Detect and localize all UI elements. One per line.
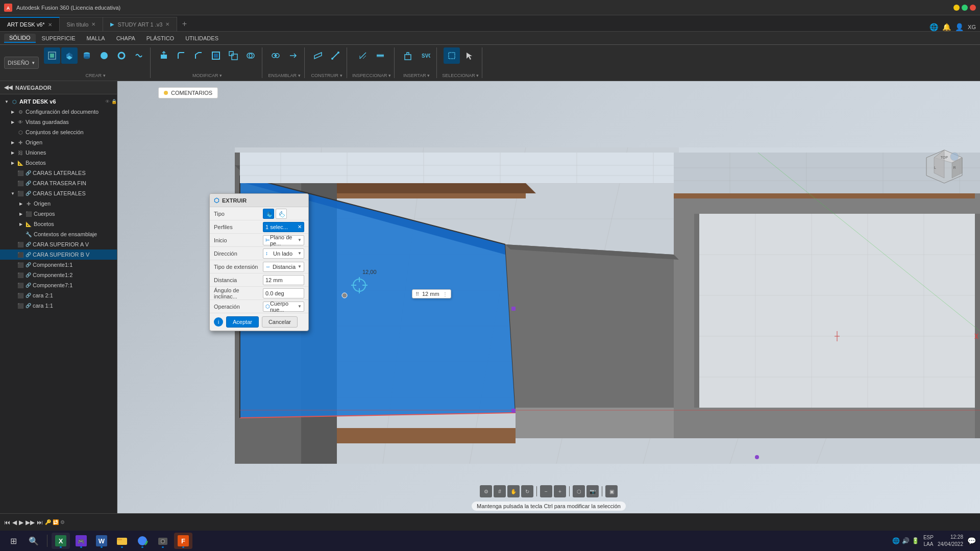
anim-loop-btn[interactable]: 🔁 xyxy=(53,519,59,525)
dimension-tooltip[interactable]: ⠿ 12 mm ⋮ xyxy=(412,289,451,298)
tree-item-config[interactable]: ▶ ⚙ Configuración del documento xyxy=(0,107,117,117)
user-icon[interactable]: 👤 xyxy=(955,23,964,31)
tool-fillet[interactable] xyxy=(173,47,189,64)
tab-studyart[interactable]: ▶ STUDY ART 1 .v3 ✕ xyxy=(103,17,177,31)
menu-tab-solido[interactable]: SÓLIDO xyxy=(4,34,36,43)
minimize-btn[interactable] xyxy=(953,5,960,11)
maximize-btn[interactable] xyxy=(962,5,968,11)
new-tab-btn[interactable]: + xyxy=(177,17,191,31)
tool-shell[interactable] xyxy=(208,47,224,64)
tool-joint[interactable] xyxy=(267,47,284,64)
vp-pan[interactable]: ✋ xyxy=(507,485,520,497)
tool-select-box[interactable] xyxy=(444,47,460,64)
comments-bar[interactable]: COMENTARIOS xyxy=(158,87,218,98)
vp-grid-toggle[interactable]: # xyxy=(494,485,506,497)
extrude-info-btn[interactable]: i xyxy=(214,317,223,327)
extrude-distancia-input[interactable]: 12 mm xyxy=(263,275,304,285)
taskbar-app-excel[interactable]: X xyxy=(52,533,70,549)
tree-item-bocetos[interactable]: ▶ 📐 Bocetos xyxy=(0,158,117,168)
extrude-angulo-input[interactable]: 0.0 deg xyxy=(263,288,304,298)
tool-plane[interactable] xyxy=(310,47,326,64)
tray-battery[interactable]: 🔋 xyxy=(912,537,919,544)
tool-insert-mcmaster[interactable] xyxy=(400,47,416,64)
tab-artdesk[interactable]: ART DESK v6* ✕ xyxy=(0,17,60,31)
taskbar-app-browser[interactable] xyxy=(133,533,152,549)
tree-item-origen2[interactable]: ▶ ✚ Origen xyxy=(0,198,117,209)
menu-tab-superficie[interactable]: SUPERFICIE xyxy=(37,34,81,42)
vp-zoom-in[interactable]: + xyxy=(554,485,566,497)
anim-play-btn[interactable]: ▶ xyxy=(19,519,23,526)
vp-display-settings[interactable]: ⚙ xyxy=(480,485,492,497)
menu-tab-plastico[interactable]: PLÁSTICO xyxy=(141,34,179,42)
tool-press-pull[interactable] xyxy=(156,47,172,64)
dim-handle-icon[interactable]: ⠿ xyxy=(415,291,419,297)
menu-tab-utilidades[interactable]: UTILIDADES xyxy=(180,34,224,42)
tray-volume[interactable]: 🔊 xyxy=(902,537,910,544)
tab-sintitulo[interactable]: Sin título ✕ xyxy=(60,17,104,31)
anim-prev-btn[interactable]: ◀ xyxy=(12,519,17,526)
taskbar-app-files[interactable] xyxy=(113,533,131,549)
taskbar-notification-btn[interactable]: 💬 xyxy=(967,537,976,545)
extrude-cancel-btn[interactable]: Cancelar xyxy=(262,316,298,328)
tree-item-caras-lat[interactable]: ▶ ⬛ 🔗 CARAS LATERALES xyxy=(0,168,117,178)
notification-icon[interactable]: 🔔 xyxy=(942,23,951,31)
tipo-surface-btn[interactable] xyxy=(276,209,287,219)
tool-cylinder[interactable] xyxy=(79,47,95,64)
nav-collapse-left[interactable]: ◀◀ xyxy=(4,84,12,91)
tool-section[interactable] xyxy=(372,47,388,64)
tool-measure[interactable] xyxy=(355,47,371,64)
tree-item-cara-trasera[interactable]: ▶ ⬛ 🔗 CARA TRASERA FIN xyxy=(0,178,117,188)
anim-next-btn[interactable]: ▶▶ xyxy=(26,519,35,526)
tree-item-cara2-1[interactable]: ▶ ⬛ 🔗 cara 2:1 xyxy=(0,290,117,300)
tree-item-uniones[interactable]: ▶ ⛓ Uniones xyxy=(0,147,117,158)
extrude-perfiles-value[interactable]: 1 selec... ✕ xyxy=(263,222,304,232)
tree-item-origen[interactable]: ▶ ✚ Origen xyxy=(0,137,117,147)
extrude-accept-btn[interactable]: Aceptar xyxy=(226,316,259,328)
tool-motion[interactable] xyxy=(285,47,301,64)
extrude-direccion-dropdown[interactable]: ↕ Un lado ▼ xyxy=(263,248,304,259)
online-icon[interactable]: 🌐 xyxy=(929,23,938,31)
tree-item-cara-sup-b[interactable]: ▶ ⬛ 🔗 CARA SUPERIOR B V xyxy=(0,249,117,260)
taskbar-app-word[interactable]: W xyxy=(92,533,111,549)
tool-chamfer[interactable] xyxy=(190,47,207,64)
extrude-tipo-ext-dropdown[interactable]: ↔ Distancia ▼ xyxy=(263,262,304,272)
cube-navigator[interactable]: TOP L R xyxy=(924,147,965,188)
tool-torus[interactable] xyxy=(113,47,130,64)
tool-combine[interactable] xyxy=(242,47,259,64)
extrude-operacion-dropdown[interactable]: ⬡ Cuerpo nue... ▼ xyxy=(263,302,304,312)
tree-item-comp1-1[interactable]: ▶ ⬛ 🔗 Componente1:1 xyxy=(0,260,117,270)
tree-item-root[interactable]: ▼ ⬡ ART DESK v6 👁 🔒 xyxy=(0,96,117,107)
menu-tab-malla[interactable]: MALLA xyxy=(82,34,110,42)
tree-item-contextos[interactable]: ▶ 🔧 Contextos de ensamblaje xyxy=(0,229,117,239)
tree-item-cara-sup-a[interactable]: ▶ ⬛ 🔗 CARA SUPERIOR A V xyxy=(0,239,117,249)
tree-item-comp1-2[interactable]: ▶ ⬛ 🔗 Componente1:2 xyxy=(0,270,117,280)
taskbar-app-game[interactable]: 🎮 xyxy=(72,533,90,549)
vp-orbit[interactable]: ↻ xyxy=(521,485,533,497)
vp-display-mode[interactable]: ▣ xyxy=(605,485,618,497)
tool-coil[interactable] xyxy=(131,47,147,64)
tab-sintitulo-close[interactable]: ✕ xyxy=(91,21,95,27)
tool-box[interactable] xyxy=(61,47,78,64)
tool-axis[interactable] xyxy=(327,47,344,64)
dim-options-icon[interactable]: ⋮ xyxy=(443,291,448,297)
tool-new-component[interactable] xyxy=(44,47,60,64)
vp-zoom-out[interactable]: − xyxy=(540,485,552,497)
vp-camera[interactable]: 📷 xyxy=(586,485,599,497)
tab-artdesk-close[interactable]: ✕ xyxy=(48,22,52,28)
anim-settings2-btn[interactable]: ⚙ xyxy=(60,519,65,525)
tree-visibility-root[interactable]: 👁 🔒 xyxy=(105,99,117,104)
tipo-solid-btn[interactable] xyxy=(263,209,274,219)
tree-item-cara1-1[interactable]: ▶ ⬛ 🔗 cara 1:1 xyxy=(0,300,117,311)
tree-item-cuerpos[interactable]: ▶ ⬛ Cuerpos xyxy=(0,209,117,219)
tool-scale[interactable] xyxy=(225,47,241,64)
anim-end-btn[interactable]: ⏭ xyxy=(37,519,43,526)
tool-sphere[interactable] xyxy=(96,47,112,64)
tree-item-conjuntos[interactable]: ▶ ⬡ Conjuntos de selección xyxy=(0,127,117,137)
tab-studyart-close[interactable]: ✕ xyxy=(165,21,169,27)
extrude-inicio-dropdown[interactable]: ⊢ Plano de pe... ▼ xyxy=(263,235,304,245)
tool-cursor[interactable] xyxy=(461,47,477,64)
menu-tab-chapa[interactable]: CHAPA xyxy=(111,34,140,42)
tree-item-bocetos2[interactable]: ▶ 📐 Bocetos xyxy=(0,219,117,229)
anim-keyframe-btn[interactable]: 🔑 xyxy=(45,519,51,525)
taskbar-start-btn[interactable]: ⊞ xyxy=(4,533,22,549)
